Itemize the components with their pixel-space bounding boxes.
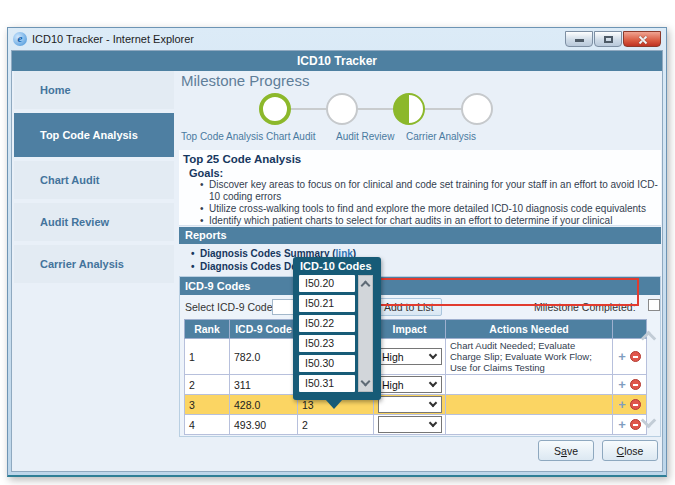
add-row-icon[interactable]: + [618, 377, 626, 392]
chevron-up-icon[interactable] [361, 281, 371, 291]
reports-header: Reports [179, 227, 661, 244]
cell-icd9: 428.0 [230, 395, 298, 415]
window-content: ICD10 Tracker Home Top Code Analysis Cha… [11, 50, 663, 472]
chevron-down-icon [429, 351, 437, 359]
table-header-row: Rank ICD-9 Code Pos Impact Actions Neede… [185, 320, 647, 339]
sidebar-item-home[interactable]: Home [14, 71, 174, 109]
sidebar-item-chart-audit[interactable]: Chart Audit [14, 161, 174, 199]
milestone-step-label: Audit Review [336, 131, 394, 142]
chevron-down-icon [429, 379, 437, 387]
icd9-controls: Select ICD-9 Code: Add to List Milestone… [180, 295, 660, 319]
close-window-button[interactable] [623, 31, 661, 47]
add-row-icon[interactable]: + [618, 397, 626, 412]
impact-select[interactable] [378, 396, 442, 413]
app-window: e ICD10 Tracker - Internet Explorer ICD1… [7, 27, 667, 477]
sidebar-item-carrier-analysis[interactable]: Carrier Analysis [14, 245, 174, 283]
popup-scrollbar[interactable] [358, 275, 373, 392]
sidebar: Home Top Code Analysis Chart Audit Audit… [14, 71, 174, 287]
footer: Save Close [538, 440, 658, 461]
label-part: ve [567, 445, 578, 457]
chevron-down-icon [429, 399, 437, 407]
milestone-step-label: Top Code Analysis [181, 131, 263, 142]
title-bar: e ICD10 Tracker - Internet Explorer [8, 28, 666, 50]
report-item: Diagnosis Codes Summary (link) [191, 247, 661, 260]
popup-pointer-arrow [325, 399, 343, 409]
col-rank: Rank [185, 320, 230, 339]
remove-row-icon[interactable] [630, 351, 641, 362]
goal-item: Discover key areas to focus on for clini… [209, 179, 661, 203]
cell-rank: 3 [185, 395, 230, 415]
maximize-icon [604, 36, 613, 43]
icd10-code-option[interactable]: I50.21 [299, 295, 355, 312]
icd10-code-option[interactable]: I50.30 [299, 355, 355, 372]
close-button[interactable]: Close [602, 440, 658, 461]
close-icon [638, 35, 648, 45]
impact-select[interactable]: High [378, 376, 442, 393]
icd10-code-option[interactable]: I50.31 [299, 375, 355, 392]
remove-row-icon[interactable] [630, 379, 641, 390]
remove-row-icon[interactable] [630, 419, 641, 430]
app-header: ICD10 Tracker [12, 51, 662, 71]
col-impact: Impact [374, 320, 446, 339]
top-25-code-analysis-section: Top 25 Code Analysis Goals: Discover key… [179, 150, 661, 226]
impact-value: High [382, 379, 404, 391]
impact-select[interactable]: High [378, 348, 442, 365]
select-icd9-label: Select ICD-9 Code: [185, 301, 275, 313]
cell-rank: 2 [185, 375, 230, 395]
main-content: Milestone Progress Top Code Analysis Cha… [179, 71, 661, 471]
window-title: ICD10 Tracker - Internet Explorer [32, 33, 565, 45]
label-part: S [554, 445, 561, 457]
milestone-step-circle-carrier-analysis [461, 93, 493, 125]
cell-actions: Chart Audit Needed; Evaluate Charge Slip… [450, 340, 608, 373]
icd10-code-option[interactable]: I50.23 [299, 335, 355, 352]
milestone-title: Milestone Progress [181, 72, 309, 89]
chevron-down-icon [429, 419, 437, 427]
report-item: Diagnosis Codes Detail (link) [191, 260, 661, 273]
minimize-button[interactable] [565, 31, 593, 47]
icd9-codes-table: Rank ICD-9 Code Pos Impact Actions Neede… [184, 319, 647, 435]
goals-label: Goals: [179, 167, 661, 179]
save-button[interactable]: Save [538, 440, 594, 461]
maximize-button[interactable] [594, 31, 622, 47]
icd10-codes-popup: ICD-10 Codes I50.20 I50.21 I50.22 I50.23… [293, 257, 381, 400]
internet-explorer-icon: e [13, 32, 27, 46]
app-body: Home Top Code Analysis Chart Audit Audit… [12, 71, 662, 471]
table-row: 1 782.0 6 High Chart Audit Needed; Evalu… [185, 339, 647, 375]
milestone-step-label: Carrier Analysis [406, 131, 476, 142]
col-actions-needed: Actions Needed [446, 320, 613, 339]
add-row-icon[interactable]: + [618, 417, 626, 432]
add-to-list-button[interactable]: Add to List [376, 298, 442, 316]
add-row-icon[interactable]: + [618, 349, 626, 364]
table-row-highlighted: 3 428.0 13 + [185, 395, 647, 415]
col-icd9-code: ICD-9 Code [230, 320, 298, 339]
table-row: 2 311 1 High + [185, 375, 647, 395]
remove-row-icon[interactable] [630, 399, 641, 410]
icd10-code-option[interactable]: I50.22 [299, 315, 355, 332]
sidebar-item-top-code-analysis[interactable]: Top Code Analysis [14, 113, 174, 157]
stepper-connector [274, 108, 477, 110]
cell-rank: 1 [185, 339, 230, 375]
impact-select[interactable] [378, 416, 442, 433]
icd10-code-option[interactable]: I50.20 [299, 275, 355, 292]
minimize-icon [575, 39, 584, 42]
milestone-step-circle-audit-review [393, 93, 425, 125]
section-title: Top 25 Code Analysis [179, 150, 661, 167]
cell-icd9: 311 [230, 375, 298, 395]
milestone-progress: Milestone Progress Top Code Analysis Cha… [179, 71, 661, 149]
sidebar-item-audit-review[interactable]: Audit Review [14, 203, 174, 241]
cell-pos: 2 [298, 415, 374, 435]
chevron-down-icon[interactable] [361, 377, 371, 387]
milestone-step-circle-top-code-analysis [259, 93, 291, 125]
popup-title: ICD-10 Codes [293, 257, 381, 275]
col-row-actions [613, 320, 647, 339]
reports-list: Diagnosis Codes Summary (link) Diagnosis… [179, 244, 661, 276]
milestone-step-circle-chart-audit [326, 93, 358, 125]
milestone-completed-label: Milestone Completed: [534, 301, 636, 313]
goal-item: Utilize cross-walking tools to find and … [209, 203, 661, 215]
table-row: 4 493.90 2 + [185, 415, 647, 435]
milestone-completed-checkbox[interactable] [648, 299, 660, 311]
icd9-codes-header: ICD-9 Codes [180, 277, 660, 295]
impact-value: High [382, 351, 404, 363]
cell-icd9: 493.90 [230, 415, 298, 435]
cell-icd9: 782.0 [230, 339, 298, 375]
